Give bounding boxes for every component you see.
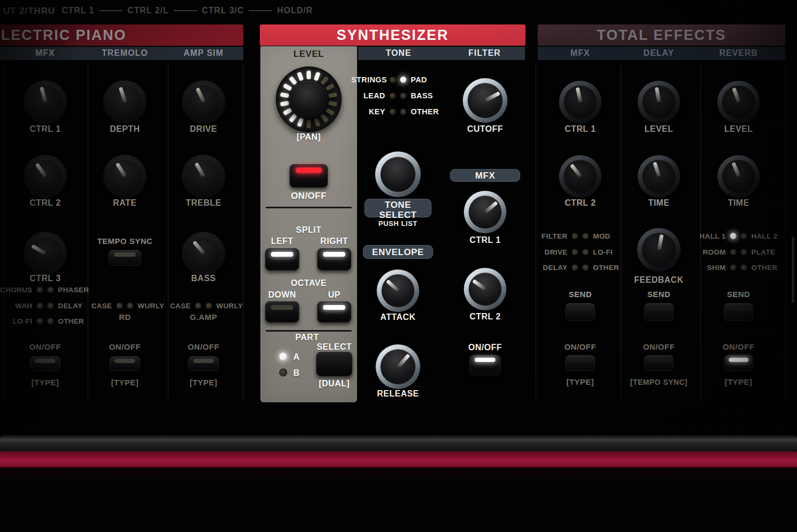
type-hint-label: [TYPE] [725,377,752,386]
reverb-time-knob[interactable] [717,155,760,198]
ep-mfx-ctrl3-knob[interactable] [23,232,67,275]
envelope-badge: ENVELOPE [363,245,433,259]
octave-down-label: DOWN [268,290,296,300]
release-knob[interactable] [376,344,420,389]
knob-label: CTRL 2 [470,312,501,322]
ep-tremolo-tempo-sync-button[interactable] [108,250,141,266]
reverb-send-button[interactable] [724,303,753,321]
onoff-label: ON/OFF [109,342,141,351]
filter-ctrl1-knob[interactable] [464,191,506,233]
tone-category-leds-row1: STRINGSPAD [351,74,445,85]
octave-down-button[interactable] [265,301,299,323]
onoff-label: ON/OFF [643,342,675,351]
knob-label: DRIVE [190,124,217,134]
delay-send-button[interactable] [644,303,674,321]
filter-onoff-button[interactable] [469,355,501,375]
button-led [649,358,669,362]
knob-label: BASS [191,274,216,283]
ep-ampsim-treble-knob[interactable] [182,155,225,198]
type-hint-label: [TYPE] [190,378,217,387]
mod-led [582,233,589,239]
attack-knob[interactable] [377,269,419,312]
ep-ampsim-onoff-button[interactable] [188,356,219,371]
type-hint-label: [TYPE] [111,378,139,387]
jack-label-ctrl2: CTRL 2/L [95,6,169,15]
encoder-led-segment [280,92,289,98]
knob-label: CTRL 3 [30,274,61,283]
phaser-led [47,286,54,293]
te-mfx-send-button[interactable] [565,303,595,321]
ep-tremolo-depth-knob[interactable] [103,80,147,124]
pan-hint-label: [PAN] [296,132,321,142]
knob-label: RELEASE [377,389,419,399]
encoder-led-segment [280,101,289,107]
encoder-led-segment [297,117,304,127]
button-led [323,356,346,360]
room-led [730,249,736,255]
synth-onoff-button[interactable] [290,164,328,188]
te-mfx-ctrl1-knob[interactable] [559,81,601,123]
te-mfx-ctrl2-knob[interactable] [559,155,601,198]
encoder-led-segment [283,108,292,116]
cutoff-knob[interactable] [463,78,507,123]
tone-select-text: TONE SELECT [365,200,431,220]
delay-feedback-knob[interactable] [637,228,681,272]
ep-ampsim-drive-knob[interactable] [182,80,225,124]
synth-level-encoder[interactable] [276,66,342,132]
delay-time-knob[interactable] [638,155,680,198]
subheader-tremolo: TREMOLO [102,48,148,58]
button-led-white [474,358,495,362]
te-mfx-onoff-button[interactable] [565,355,595,371]
hall1-led [730,233,736,239]
button-led [571,358,590,362]
led-label: OTHER [58,317,92,325]
encoder-led-segment [307,120,311,128]
tone-select-knob[interactable] [375,151,421,197]
jack-label-ctrl-chain: CTRL 1CTRL 2/LCTRL 3/CHOLD/R [62,6,313,15]
split-left-button[interactable] [265,248,299,271]
part-select-button[interactable] [316,352,352,376]
other-led [741,264,747,271]
reverb-level-knob[interactable] [717,81,760,123]
button-led-white [271,252,293,257]
onoff-label: ON/OFF [468,343,502,352]
ep-mfx-type-leds-row3: LO-FIOTHER [0,316,92,326]
subheader-level: LEVEL [293,49,324,60]
ep-mfx-ctrl2-knob[interactable] [23,155,67,198]
octave-up-label: UP [328,290,340,300]
led-label: DRIVE [533,248,567,256]
encoder-led-segment [307,71,311,79]
ep-mfx-ctrl1-knob[interactable] [23,80,67,124]
shim-led [730,264,736,271]
reverb-type-leds-row1: HALL 1HALL 2 [692,231,785,241]
te-mfx-type-leds-row2: DRIVELO-FI [533,247,627,257]
ep-ampsim-bass-knob[interactable] [182,232,225,275]
jack-label-hold: HOLD/R [244,6,312,15]
send-label: SEND [569,290,592,299]
filter-ctrl2-knob[interactable] [464,268,506,310]
jack-label-ctrl3: CTRL 3/C [169,6,244,15]
button-led [35,359,55,363]
ep-tremolo-onoff-button[interactable] [109,356,140,371]
delay-level-knob[interactable] [638,81,680,123]
split-left-label: LEFT [271,237,293,246]
led-label: CHORUS [0,286,32,294]
octave-up-button[interactable] [317,301,351,323]
part-b-label: B [293,368,300,378]
split-right-button[interactable] [317,248,351,271]
keybed-rail [0,435,797,453]
onoff-label: ON/OFF [188,342,219,351]
delay-onoff-button[interactable] [644,355,674,371]
subheader-tone: TONE [386,48,411,58]
encoder-led-segment [289,76,297,85]
encoder-led-segment [328,92,337,98]
other-led [400,108,406,115]
case-led [116,302,123,309]
piano-keyboard [0,467,797,532]
reverb-onoff-button[interactable] [724,355,753,371]
delay-led [572,264,578,271]
ep-mfx-onoff-button[interactable] [30,356,61,371]
led-label: SHIM [692,264,726,272]
ep-tremolo-rate-knob[interactable] [103,155,147,198]
led-label: PHASER [58,286,92,294]
